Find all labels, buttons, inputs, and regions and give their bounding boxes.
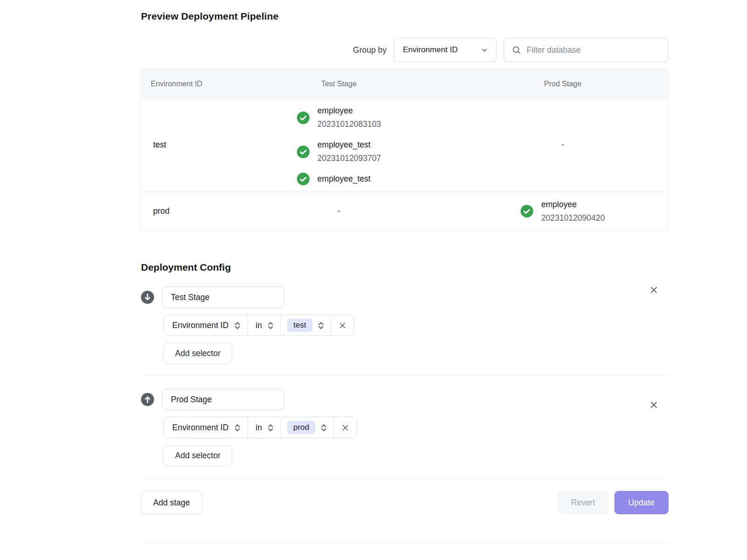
environment-id-cell: test: [141, 140, 220, 150]
update-button[interactable]: Update: [614, 491, 669, 514]
deployment-item: employee_test 20231012093707: [297, 138, 381, 165]
page-title: Preview Deployment Pipeline: [141, 0, 669, 22]
selector-value-select[interactable]: prod: [281, 417, 334, 438]
filter-database-box: [504, 38, 669, 62]
selector-operator-select[interactable]: in: [248, 417, 281, 438]
deployment-item: employee 20231012090420: [521, 198, 605, 225]
updown-chevrons-icon: [318, 322, 324, 329]
remove-stage-button[interactable]: [648, 399, 659, 410]
close-icon: [649, 286, 658, 294]
actions-row: Add stage Revert Update: [141, 491, 669, 514]
database-name: employee_test: [317, 138, 381, 152]
success-check-icon: [521, 205, 533, 217]
toolbar: Group by Environment ID: [141, 38, 669, 62]
add-selector-button[interactable]: Add selector: [163, 343, 232, 364]
column-header-environment-id: Environment ID: [141, 80, 220, 88]
remove-selector-button[interactable]: [334, 417, 357, 438]
stage-divider: [141, 376, 669, 376]
column-header-test-stage: Test Stage: [220, 80, 458, 88]
group-by-select[interactable]: Environment ID: [394, 38, 497, 62]
success-check-icon: [297, 146, 310, 158]
table-row: test employee 20231012083103 employee_te…: [141, 98, 668, 191]
selector-group: Environment ID in test: [163, 315, 354, 336]
success-check-icon: [297, 112, 310, 124]
arrow-down-circle-icon: [141, 291, 154, 304]
stage-name-input[interactable]: [162, 389, 284, 410]
selector-field-select[interactable]: Environment ID: [164, 315, 248, 336]
stage-config-prod: Environment ID in prod Add selector: [141, 389, 669, 466]
deployment-timestamp: 20231012083103: [317, 118, 381, 131]
remove-stage-button[interactable]: [648, 285, 659, 295]
test-stage-cell: employee 20231012083103 employee_test 20…: [220, 104, 458, 186]
selector-value-select[interactable]: test: [281, 315, 331, 336]
close-icon: [341, 424, 349, 432]
stage-name-input[interactable]: [162, 287, 284, 308]
deployment-item: employee_test: [297, 172, 381, 186]
table-header: Environment ID Test Stage Prod Stage: [141, 70, 668, 98]
updown-chevrons-icon: [321, 424, 327, 432]
table-row: prod - employee 20231012090420: [141, 191, 668, 231]
close-icon: [338, 322, 346, 329]
database-name: employee: [541, 198, 605, 211]
deployment-item: employee 20231012083103: [297, 104, 381, 131]
database-name: employee: [317, 104, 381, 118]
page-container: Preview Deployment Pipeline Group by Env…: [141, 0, 669, 543]
stage-config-test: Environment ID in test Add selector: [141, 287, 669, 364]
selector-field-select[interactable]: Environment ID: [164, 417, 248, 438]
filter-database-input[interactable]: [527, 45, 661, 55]
database-name: employee_test: [317, 172, 371, 186]
updown-chevrons-icon: [234, 322, 240, 329]
selector-value-pill: prod: [287, 421, 315, 434]
deployment-timestamp: 20231012093707: [317, 152, 381, 165]
add-stage-button[interactable]: Add stage: [141, 491, 202, 514]
deployment-timestamp: 20231012090420: [541, 211, 605, 225]
updown-chevrons-icon: [234, 424, 240, 432]
arrow-up-circle-icon: [141, 393, 154, 406]
environment-id-cell: prod: [141, 206, 220, 216]
selector-value-pill: test: [287, 319, 312, 332]
revert-button[interactable]: Revert: [558, 491, 608, 514]
remove-selector-button[interactable]: [331, 315, 354, 336]
deployment-list: employee 20231012090420: [521, 198, 605, 225]
footer-divider: [141, 478, 669, 478]
prod-stage-cell: employee 20231012090420: [458, 198, 668, 225]
test-stage-empty: -: [220, 206, 458, 216]
deployment-list: employee 20231012083103 employee_test 20…: [297, 104, 381, 186]
bottom-divider: [141, 542, 669, 543]
updown-chevrons-icon: [268, 322, 274, 329]
group-by-value: Environment ID: [403, 45, 458, 55]
close-icon: [649, 400, 658, 409]
selector-group: Environment ID in prod: [163, 417, 357, 438]
group-by-label: Group by: [353, 45, 387, 55]
chevron-down-icon: [480, 46, 488, 54]
updown-chevrons-icon: [268, 424, 274, 432]
pipeline-table: Environment ID Test Stage Prod Stage tes…: [141, 70, 669, 231]
deployment-config-title: Deployment Config: [141, 262, 669, 273]
prod-stage-empty: -: [458, 140, 668, 150]
search-icon: [512, 45, 521, 55]
success-check-icon: [297, 173, 310, 185]
add-selector-button[interactable]: Add selector: [163, 445, 232, 466]
column-header-prod-stage: Prod Stage: [458, 80, 668, 88]
selector-operator-select[interactable]: in: [248, 315, 281, 336]
